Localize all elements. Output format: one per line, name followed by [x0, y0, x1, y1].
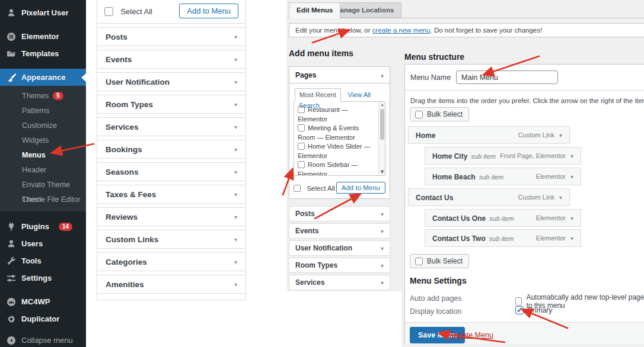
- admin-sidebar: Pixelart User Elementor Templates Appear…: [0, 0, 86, 347]
- chevron-down-icon: ▾: [234, 56, 237, 63]
- tab-view-all[interactable]: View All: [348, 91, 371, 98]
- sidebar-item-menus[interactable]: Menus: [0, 148, 86, 163]
- elementor-icon: [6, 31, 16, 41]
- auto-add-pages-checkbox[interactable]: [515, 297, 522, 306]
- chevron-down-icon: ▾: [234, 214, 237, 220]
- accordion-amenities[interactable]: Amenities▾: [97, 275, 246, 294]
- bulk-select-checkbox[interactable]: [415, 258, 423, 265]
- sidebar-item-elementor[interactable]: Elementor: [0, 28, 86, 45]
- sidebar-item-users[interactable]: Users: [0, 235, 86, 252]
- sidebar-item-label: Appearance: [21, 73, 65, 82]
- menu-settings-heading: Menu Settings: [410, 276, 467, 285]
- tab-edit-menus[interactable]: Edit Menus: [289, 2, 340, 18]
- accordion-services[interactable]: Services▾: [289, 275, 390, 290]
- add-menu-items-panel-zoomed: Select All Add to Menu Posts▾ Events▾ Us…: [97, 0, 246, 300]
- tab-search[interactable]: Search: [299, 102, 320, 109]
- sidebar-item-settings[interactable]: Settings: [0, 269, 86, 287]
- select-all-checkbox[interactable]: [294, 185, 301, 192]
- accordion-events[interactable]: Events▾: [97, 50, 246, 69]
- pages-panel-header[interactable]: Pages ▴: [289, 67, 390, 83]
- menu-item-home[interactable]: Home Custom Link▾: [408, 126, 570, 144]
- scrollbar-thumb[interactable]: [380, 109, 384, 140]
- chevron-down-icon[interactable]: ▾: [570, 174, 573, 180]
- chevron-down-icon[interactable]: ▾: [559, 132, 562, 139]
- add-to-menu-button[interactable]: Add to Menu: [179, 4, 238, 18]
- chevron-down-icon[interactable]: ▾: [570, 153, 573, 159]
- page-item[interactable]: Room Sidebar — Elementor: [298, 160, 377, 176]
- sidebar-item-mc4wp[interactable]: MC4WP: [0, 293, 86, 310]
- notice-text: Edit your menu below, or: [295, 27, 372, 34]
- add-to-menu-button[interactable]: Add to Menu: [336, 182, 385, 194]
- chevron-down-icon: ▾: [234, 101, 237, 108]
- accordion-posts[interactable]: Posts▾: [97, 27, 246, 46]
- chevron-down-icon: ▾: [234, 146, 237, 153]
- sidebar-item-duplicator[interactable]: Duplicator: [0, 310, 86, 327]
- sidebar-item-patterns[interactable]: Patterns: [0, 104, 86, 118]
- delete-menu-link[interactable]: Delete Menu: [451, 331, 493, 339]
- select-all-checkbox[interactable]: [104, 7, 113, 16]
- chevron-down-icon: ▾: [234, 79, 237, 85]
- chevron-down-icon[interactable]: ▾: [570, 215, 573, 221]
- sidebar-item-themes[interactable]: Themes5: [0, 89, 86, 104]
- create-new-menu-link[interactable]: create a new menu: [372, 27, 431, 34]
- page-item[interactable]: Meeting & Events Room — Elementor: [298, 124, 377, 142]
- sidebar-item-label: Duplicator: [21, 314, 59, 323]
- accordion-posts[interactable]: Posts▾: [289, 206, 390, 221]
- sidebar-item-envato-theme-check[interactable]: Envato Theme Check: [0, 178, 86, 192]
- chevron-down-icon: ▾: [234, 169, 237, 175]
- page-item[interactable]: Home Video Slider — Elementor: [298, 142, 377, 160]
- accordion-reviews[interactable]: Reviews▾: [97, 207, 246, 226]
- page-checkbox[interactable]: [298, 124, 305, 131]
- menu-item-contact-us[interactable]: Contact Us Custom Link▾: [408, 188, 570, 206]
- menu-item-home-city[interactable]: Home Citysub item Front Page, Elementor▾: [425, 147, 581, 165]
- menu-name-label: Menu Name: [410, 73, 451, 82]
- scrollbar[interactable]: ▲ ▼: [378, 102, 385, 175]
- menu-item-home-beach[interactable]: Home Beachsub item Elementor▾: [425, 168, 581, 185]
- bulk-select-toggle[interactable]: Bulk Select: [410, 107, 469, 121]
- chevron-down-icon: ▾: [234, 259, 237, 265]
- page-checkbox[interactable]: [298, 143, 305, 150]
- chevron-down-icon: ▾: [234, 124, 237, 130]
- chevron-down-icon[interactable]: ▾: [559, 194, 562, 201]
- accordion-room-types[interactable]: Room Types▾: [289, 258, 390, 273]
- bulk-select-checkbox[interactable]: [415, 111, 423, 118]
- sidebar-item-appearance[interactable]: Appearance: [0, 69, 86, 86]
- sidebar-item-pixelart-user[interactable]: Pixelart User: [0, 4, 86, 21]
- tab-most-recent[interactable]: Most Recent: [295, 88, 341, 102]
- accordion-user-notification[interactable]: User Notification▾: [97, 72, 246, 91]
- sidebar-item-plugins[interactable]: Plugins 14: [0, 218, 86, 235]
- chevron-down-icon: ▾: [234, 34, 237, 40]
- bulk-select-toggle[interactable]: Bulk Select: [410, 254, 469, 268]
- accordion-services[interactable]: Services▾: [97, 117, 246, 136]
- accordion-events[interactable]: Events▾: [289, 223, 390, 239]
- chevron-down-icon[interactable]: ▾: [570, 235, 573, 242]
- display-location-option[interactable]: Primary: [515, 306, 552, 314]
- accordion-user-notification[interactable]: User Notification▾: [289, 240, 390, 256]
- accordion-seasons[interactable]: Seasons▾: [97, 162, 246, 181]
- mc4wp-icon: [6, 297, 16, 307]
- page-checkbox[interactable]: [298, 161, 305, 168]
- wordpress-menus-screen: Pixelart User Elementor Templates Appear…: [0, 0, 644, 347]
- sidebar-item-label: Plugins: [21, 222, 49, 231]
- add-menu-items-heading: Add menu items: [289, 49, 353, 58]
- sidebar-item-tools[interactable]: Tools: [0, 252, 86, 269]
- sidebar-item-label: Templates: [21, 49, 59, 58]
- sidebar-item-customize[interactable]: Customize: [0, 118, 86, 133]
- accordion-taxes-fees[interactable]: Taxes & Fees▾: [97, 185, 246, 204]
- sidebar-item-theme-file-editor[interactable]: Theme File Editor: [0, 192, 86, 207]
- primary-location-checkbox[interactable]: [515, 306, 524, 314]
- accordion-bookings[interactable]: Bookings▾: [97, 140, 246, 159]
- themes-update-badge: 5: [53, 92, 63, 100]
- menu-item-contact-us-one[interactable]: Contact Us Onesub item Elementor▾: [425, 209, 581, 227]
- sidebar-item-widgets[interactable]: Widgets: [0, 133, 86, 148]
- menu-name-input[interactable]: [456, 70, 558, 84]
- menu-item-contact-us-two[interactable]: Contact Us Twosub item Elementor▾: [425, 229, 581, 247]
- sidebar-item-header[interactable]: Header: [0, 163, 86, 178]
- accordion-room-types[interactable]: Room Types▾: [97, 95, 246, 114]
- sidebar-item-templates[interactable]: Templates: [0, 45, 86, 62]
- accordion-categories[interactable]: Categories▾: [97, 252, 246, 271]
- plugins-update-badge: 14: [59, 223, 72, 231]
- sidebar-item-collapse-menu[interactable]: Collapse menu: [0, 332, 86, 347]
- accordion-custom-links[interactable]: Custom Links▾: [97, 230, 246, 249]
- chevron-up-icon: ▴: [381, 72, 384, 78]
